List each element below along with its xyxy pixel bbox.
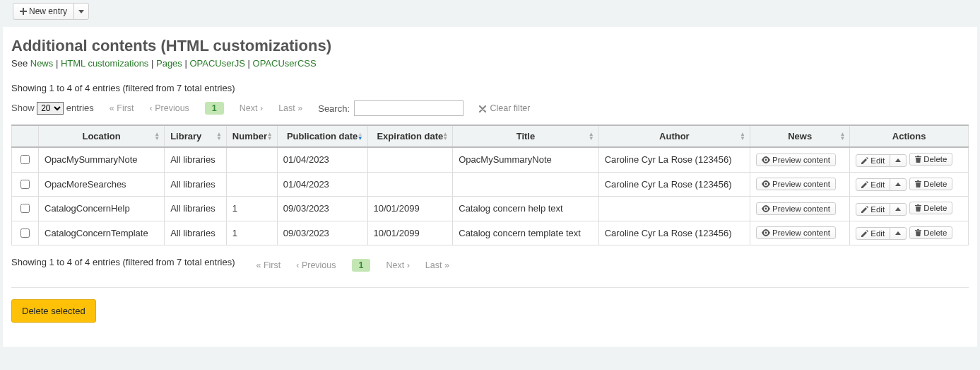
edit-dropdown-toggle[interactable]	[890, 227, 907, 240]
col-publication-date[interactable]: Publication date▲▼	[277, 125, 367, 147]
table-row: OpacMoreSearchesAll libraries01/04/2023C…	[12, 172, 969, 197]
edit-button[interactable]: Edit	[856, 178, 890, 191]
edit-button[interactable]: Edit	[856, 154, 890, 167]
clear-filter-button[interactable]: Clear filter	[479, 103, 530, 113]
svg-point-0	[765, 158, 767, 161]
cell-number	[226, 147, 277, 172]
link-opacusercss[interactable]: OPACUserCSS	[253, 58, 317, 69]
preview-content-button[interactable]: Preview content	[756, 178, 836, 190]
edit-dropdown-toggle[interactable]	[890, 178, 907, 191]
link-news[interactable]: News	[30, 58, 54, 69]
trash-icon	[915, 180, 921, 187]
cell-title	[453, 172, 598, 197]
pager-first[interactable]: « First	[256, 260, 281, 270]
page-title: Additional contents (HTML customizations…	[11, 37, 969, 55]
caret-down-icon	[78, 8, 84, 14]
pager-next[interactable]: Next ›	[240, 103, 263, 113]
pager-next[interactable]: Next ›	[386, 260, 409, 270]
svg-point-3	[765, 232, 767, 234]
link-pages[interactable]: Pages	[156, 58, 182, 69]
cell-publication-date: 01/04/2023	[277, 172, 367, 197]
delete-selected-button[interactable]: Delete selected	[11, 299, 96, 323]
datatable-info-bottom: Showing 1 to 4 of 4 entries (filtered fr…	[11, 257, 235, 267]
edit-button[interactable]: Edit	[856, 227, 890, 240]
col-news[interactable]: News▲▼	[750, 125, 850, 147]
caret-up-icon	[895, 158, 901, 163]
eye-icon	[762, 229, 770, 236]
caret-up-icon	[895, 207, 901, 212]
pencil-icon	[861, 230, 868, 237]
search-control: Search:	[318, 100, 464, 116]
cell-author: Caroline Cyr La Rose (123456)	[598, 221, 750, 245]
caret-up-icon	[895, 182, 901, 187]
search-label: Search:	[318, 103, 350, 114]
clear-filter-label: Clear filter	[490, 103, 531, 113]
datatable-info-top: Showing 1 to 4 of 4 entries (filtered fr…	[11, 83, 969, 93]
delete-button[interactable]: Delete	[909, 178, 952, 190]
cell-title: OpacMySummaryNote	[453, 147, 598, 172]
preview-content-button[interactable]: Preview content	[756, 202, 836, 215]
edit-button[interactable]: Edit	[856, 203, 890, 216]
edit-dropdown-toggle[interactable]	[890, 203, 907, 216]
row-checkbox[interactable]	[20, 155, 30, 164]
link-html-customizations[interactable]: HTML customizations	[61, 58, 149, 69]
delete-button[interactable]: Delete	[909, 226, 952, 239]
see-prefix: See	[11, 58, 30, 69]
cell-publication-date: 09/03/2023	[277, 197, 367, 221]
delete-button[interactable]: Delete	[909, 202, 952, 214]
new-entry-dropdown-toggle[interactable]	[73, 3, 89, 20]
cell-title: Catalog concern template text	[453, 221, 598, 245]
cell-location: OpacMoreSearches	[39, 172, 165, 197]
cell-news: Preview content	[750, 221, 850, 245]
pager-current[interactable]: 1	[352, 259, 371, 272]
cell-news: Preview content	[750, 197, 850, 221]
pager-previous[interactable]: ‹ Previous	[296, 260, 336, 270]
col-select-all	[12, 125, 39, 147]
cell-number	[226, 172, 277, 197]
eye-icon	[762, 156, 770, 163]
preview-content-button[interactable]: Preview content	[756, 226, 836, 239]
cell-publication-date: 01/04/2023	[277, 147, 367, 172]
sort-icon: ▲▼	[442, 132, 448, 141]
entries-select[interactable]: 20	[37, 102, 64, 115]
col-expiration-date[interactable]: Expiration date▲▼	[367, 125, 453, 147]
col-library[interactable]: Library▲▼	[165, 125, 227, 147]
cell-location: CatalogConcernHelp	[39, 197, 165, 221]
cell-news: Preview content	[750, 147, 850, 172]
pager-first[interactable]: « First	[110, 103, 134, 113]
pencil-icon	[861, 181, 868, 188]
pager-current[interactable]: 1	[205, 102, 224, 115]
entries-label: entries	[66, 103, 94, 113]
col-author[interactable]: Author▲▼	[598, 125, 750, 147]
row-checkbox[interactable]	[20, 204, 30, 213]
cell-actions: EditDelete	[850, 197, 969, 221]
edit-dropdown-toggle[interactable]	[890, 154, 907, 167]
col-actions: Actions	[850, 125, 969, 147]
eye-icon	[762, 205, 770, 212]
cell-author: Caroline Cyr La Rose (123456)	[598, 172, 750, 197]
col-location[interactable]: Location▲▼	[39, 125, 165, 147]
search-input[interactable]	[354, 100, 464, 116]
sort-icon: ▲▼	[740, 132, 745, 141]
pager-last[interactable]: Last »	[278, 103, 302, 113]
new-entry-label: New entry	[29, 6, 67, 16]
pager-last[interactable]: Last »	[425, 260, 449, 270]
svg-point-1	[765, 183, 767, 185]
new-entry-button-group: New entry	[13, 3, 89, 20]
cell-library: All libraries	[165, 172, 227, 197]
sort-icon: ▲▼	[154, 132, 160, 141]
row-checkbox[interactable]	[20, 180, 30, 189]
col-number[interactable]: Number▲▼	[226, 125, 277, 147]
preview-content-button[interactable]: Preview content	[756, 154, 836, 166]
delete-button[interactable]: Delete	[909, 153, 952, 166]
new-entry-button[interactable]: New entry	[13, 3, 74, 20]
trash-icon	[915, 204, 921, 212]
cell-author	[598, 197, 750, 221]
cell-library: All libraries	[165, 221, 227, 245]
link-opacuserjs[interactable]: OPACUserJS	[189, 58, 245, 69]
sort-icon: ▲▼	[589, 132, 594, 141]
sort-icon: ▲▼	[267, 132, 273, 141]
pager-previous[interactable]: ‹ Previous	[150, 103, 189, 113]
col-title[interactable]: Title▲▼	[453, 125, 598, 147]
row-checkbox[interactable]	[20, 229, 30, 238]
